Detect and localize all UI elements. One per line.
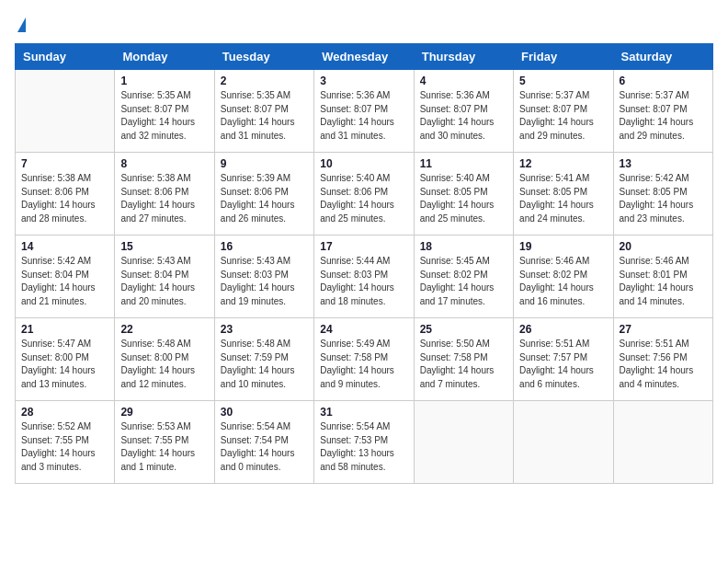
day-info: Sunrise: 5:39 AM Sunset: 8:06 PM Dayligh… — [221, 172, 308, 225]
weekday-header-wednesday: Wednesday — [314, 44, 414, 70]
calendar-cell: 2Sunrise: 5:35 AM Sunset: 8:07 PM Daylig… — [214, 70, 313, 153]
calendar-cell: 14Sunrise: 5:42 AM Sunset: 8:04 PM Dayli… — [16, 236, 115, 318]
day-info: Sunrise: 5:54 AM Sunset: 7:54 PM Dayligh… — [221, 420, 308, 474]
week-row-3: 21Sunrise: 5:47 AM Sunset: 8:00 PM Dayli… — [16, 318, 713, 401]
day-number: 8 — [120, 157, 208, 170]
day-number: 4 — [420, 75, 507, 87]
week-row-4: 28Sunrise: 5:52 AM Sunset: 7:55 PM Dayli… — [16, 401, 713, 484]
day-info: Sunrise: 5:41 AM Sunset: 8:05 PM Dayligh… — [519, 172, 607, 225]
day-number: 22 — [120, 323, 208, 336]
day-number: 16 — [221, 240, 308, 253]
day-number: 17 — [320, 240, 407, 253]
day-info: Sunrise: 5:43 AM Sunset: 8:03 PM Dayligh… — [221, 255, 308, 308]
calendar-cell: 3Sunrise: 5:36 AM Sunset: 8:07 PM Daylig… — [314, 70, 414, 153]
day-info: Sunrise: 5:48 AM Sunset: 7:59 PM Dayligh… — [221, 338, 308, 391]
day-number: 7 — [21, 157, 108, 170]
calendar-cell: 24Sunrise: 5:49 AM Sunset: 7:58 PM Dayli… — [314, 318, 414, 401]
calendar-cell — [514, 401, 613, 484]
day-info: Sunrise: 5:40 AM Sunset: 8:06 PM Dayligh… — [320, 172, 407, 225]
day-number: 10 — [320, 157, 407, 170]
calendar-cell: 16Sunrise: 5:43 AM Sunset: 8:03 PM Dayli… — [214, 236, 313, 318]
day-info: Sunrise: 5:50 AM Sunset: 7:58 PM Dayligh… — [420, 338, 507, 391]
day-number: 24 — [320, 323, 407, 336]
calendar-cell: 20Sunrise: 5:46 AM Sunset: 8:01 PM Dayli… — [613, 236, 712, 318]
calendar-cell: 25Sunrise: 5:50 AM Sunset: 7:58 PM Dayli… — [414, 318, 513, 401]
day-info: Sunrise: 5:52 AM Sunset: 7:55 PM Dayligh… — [21, 420, 108, 474]
logo-line1 — [15, 15, 26, 36]
day-number: 30 — [221, 406, 308, 419]
day-number: 11 — [420, 157, 507, 170]
day-number: 18 — [420, 240, 507, 253]
day-number: 27 — [620, 323, 707, 336]
day-info: Sunrise: 5:51 AM Sunset: 7:57 PM Dayligh… — [519, 338, 607, 391]
day-number: 25 — [420, 323, 507, 336]
logo — [15, 15, 26, 36]
calendar-cell — [414, 401, 513, 484]
calendar-cell: 15Sunrise: 5:43 AM Sunset: 8:04 PM Dayli… — [115, 236, 214, 318]
calendar-cell — [16, 70, 115, 153]
calendar-cell: 21Sunrise: 5:47 AM Sunset: 8:00 PM Dayli… — [16, 318, 115, 401]
day-info: Sunrise: 5:38 AM Sunset: 8:06 PM Dayligh… — [21, 172, 108, 225]
day-number: 19 — [519, 240, 607, 253]
calendar-cell: 11Sunrise: 5:40 AM Sunset: 8:05 PM Dayli… — [414, 153, 513, 236]
day-info: Sunrise: 5:42 AM Sunset: 8:04 PM Dayligh… — [21, 255, 108, 308]
calendar-cell: 28Sunrise: 5:52 AM Sunset: 7:55 PM Dayli… — [16, 401, 115, 484]
day-info: Sunrise: 5:51 AM Sunset: 7:56 PM Dayligh… — [620, 338, 707, 391]
weekday-header-thursday: Thursday — [414, 44, 513, 70]
day-info: Sunrise: 5:35 AM Sunset: 8:07 PM Dayligh… — [221, 89, 308, 143]
calendar-cell: 4Sunrise: 5:36 AM Sunset: 8:07 PM Daylig… — [414, 70, 513, 153]
weekday-header-row: SundayMondayTuesdayWednesdayThursdayFrid… — [16, 44, 713, 70]
day-number: 1 — [120, 75, 208, 87]
day-info: Sunrise: 5:46 AM Sunset: 8:01 PM Dayligh… — [620, 255, 707, 308]
calendar-cell — [613, 401, 712, 484]
calendar-cell: 19Sunrise: 5:46 AM Sunset: 8:02 PM Dayli… — [514, 236, 613, 318]
day-number: 6 — [620, 75, 707, 87]
calendar-cell: 9Sunrise: 5:39 AM Sunset: 8:06 PM Daylig… — [214, 153, 313, 236]
week-row-1: 7Sunrise: 5:38 AM Sunset: 8:06 PM Daylig… — [16, 153, 713, 236]
day-number: 14 — [21, 240, 108, 253]
calendar-cell: 26Sunrise: 5:51 AM Sunset: 7:57 PM Dayli… — [514, 318, 613, 401]
day-info: Sunrise: 5:37 AM Sunset: 8:07 PM Dayligh… — [620, 89, 707, 143]
day-number: 12 — [519, 157, 607, 170]
day-number: 5 — [519, 75, 607, 87]
week-row-0: 1Sunrise: 5:35 AM Sunset: 8:07 PM Daylig… — [16, 70, 713, 153]
calendar-cell: 5Sunrise: 5:37 AM Sunset: 8:07 PM Daylig… — [514, 70, 613, 153]
calendar-cell: 8Sunrise: 5:38 AM Sunset: 8:06 PM Daylig… — [115, 153, 214, 236]
day-info: Sunrise: 5:45 AM Sunset: 8:02 PM Dayligh… — [420, 255, 507, 308]
day-info: Sunrise: 5:36 AM Sunset: 8:07 PM Dayligh… — [420, 89, 507, 143]
day-info: Sunrise: 5:35 AM Sunset: 8:07 PM Dayligh… — [120, 89, 208, 143]
calendar-cell: 12Sunrise: 5:41 AM Sunset: 8:05 PM Dayli… — [514, 153, 613, 236]
day-number: 21 — [21, 323, 108, 336]
day-info: Sunrise: 5:54 AM Sunset: 7:53 PM Dayligh… — [320, 420, 407, 474]
day-number: 2 — [221, 75, 308, 87]
day-info: Sunrise: 5:38 AM Sunset: 8:06 PM Dayligh… — [120, 172, 208, 225]
day-number: 26 — [519, 323, 607, 336]
weekday-header-monday: Monday — [115, 44, 214, 70]
calendar-table: SundayMondayTuesdayWednesdayThursdayFrid… — [15, 43, 713, 484]
calendar-cell: 7Sunrise: 5:38 AM Sunset: 8:06 PM Daylig… — [16, 153, 115, 236]
weekday-header-saturday: Saturday — [613, 44, 712, 70]
day-number: 20 — [620, 240, 707, 253]
calendar-cell: 13Sunrise: 5:42 AM Sunset: 8:05 PM Dayli… — [613, 153, 712, 236]
calendar-cell: 30Sunrise: 5:54 AM Sunset: 7:54 PM Dayli… — [214, 401, 313, 484]
calendar-cell: 18Sunrise: 5:45 AM Sunset: 8:02 PM Dayli… — [414, 236, 513, 318]
calendar-cell: 6Sunrise: 5:37 AM Sunset: 8:07 PM Daylig… — [613, 70, 712, 153]
calendar-cell: 22Sunrise: 5:48 AM Sunset: 8:00 PM Dayli… — [115, 318, 214, 401]
day-info: Sunrise: 5:42 AM Sunset: 8:05 PM Dayligh… — [620, 172, 707, 225]
calendar-cell: 31Sunrise: 5:54 AM Sunset: 7:53 PM Dayli… — [314, 401, 414, 484]
logo-triangle-icon — [17, 17, 26, 32]
day-info: Sunrise: 5:40 AM Sunset: 8:05 PM Dayligh… — [420, 172, 507, 225]
day-number: 23 — [221, 323, 308, 336]
weekday-header-sunday: Sunday — [16, 44, 115, 70]
page-header — [15, 15, 713, 36]
day-number: 15 — [120, 240, 208, 253]
calendar-cell: 10Sunrise: 5:40 AM Sunset: 8:06 PM Dayli… — [314, 153, 414, 236]
day-number: 29 — [120, 406, 208, 419]
day-number: 3 — [320, 75, 407, 87]
weekday-header-friday: Friday — [514, 44, 613, 70]
calendar-cell: 23Sunrise: 5:48 AM Sunset: 7:59 PM Dayli… — [214, 318, 313, 401]
day-info: Sunrise: 5:36 AM Sunset: 8:07 PM Dayligh… — [320, 89, 407, 143]
day-info: Sunrise: 5:49 AM Sunset: 7:58 PM Dayligh… — [320, 338, 407, 391]
day-info: Sunrise: 5:47 AM Sunset: 8:00 PM Dayligh… — [21, 338, 108, 391]
day-number: 9 — [221, 157, 308, 170]
